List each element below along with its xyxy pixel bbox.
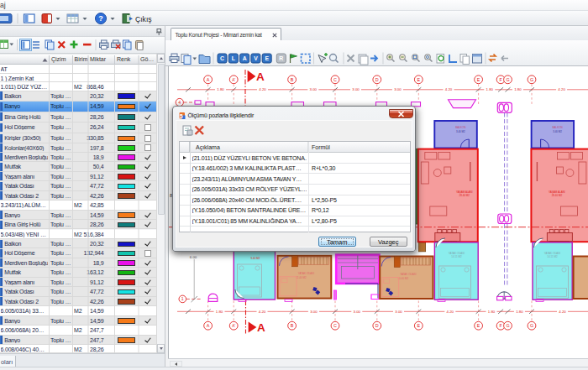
svg-text:G: G <box>530 77 533 82</box>
svg-text:4.20: 4.20 <box>559 310 566 314</box>
svg-text:YAŞAM ALANI: YAŞAM ALANI <box>456 190 473 194</box>
svg-text:3.00: 3.00 <box>395 310 402 314</box>
svg-text:4.20: 4.20 <box>445 87 453 91</box>
svg-text:YATAK ODASI: YATAK ODASI <box>544 252 561 255</box>
svg-text:10.40 M2: 10.40 M2 <box>398 277 409 280</box>
svg-text:Çıkış: Çıkış <box>135 15 152 23</box>
svg-text:B: B <box>291 323 294 328</box>
svg-text:3.00: 3.00 <box>352 87 360 91</box>
svg-text:3.40 M2: 3.40 M2 <box>456 130 465 133</box>
svg-text:E: E <box>417 77 420 82</box>
svg-text:E: E <box>417 323 420 328</box>
svg-text:V: V <box>254 55 258 61</box>
svg-text:1.80: 1.80 <box>217 87 224 91</box>
svg-text:1.80: 1.80 <box>516 310 523 314</box>
svg-text:D: D <box>375 77 379 82</box>
svg-text:A: A <box>256 70 265 83</box>
svg-text:YAŞAM ALANI: YAŞAM ALANI <box>549 190 565 194</box>
svg-text:1.80: 1.80 <box>486 87 494 91</box>
svg-text:1.80: 1.80 <box>488 310 496 314</box>
svg-text:6.00: 6.00 <box>190 255 197 259</box>
svg-text:A: A <box>257 321 265 334</box>
svg-text:C: C <box>333 323 337 328</box>
svg-text:4.20: 4.20 <box>447 310 454 314</box>
svg-text:3.00: 3.00 <box>310 87 318 91</box>
svg-text:3.00: 3.00 <box>310 310 318 314</box>
svg-text:YATAK ODASI: YATAK ODASI <box>449 252 465 255</box>
svg-text:E: E <box>477 323 480 328</box>
svg-text:G: G <box>530 323 533 328</box>
svg-text:A': A' <box>232 324 235 328</box>
svg-text:A: A <box>243 55 247 61</box>
svg-text:B: B <box>291 77 294 82</box>
svg-text:C: C <box>220 55 224 61</box>
svg-text:R: R <box>279 55 283 61</box>
svg-text:E: E <box>477 77 480 82</box>
svg-text:?: ? <box>98 14 103 23</box>
svg-text:C: C <box>333 77 337 82</box>
svg-text:G: G <box>506 77 509 82</box>
svg-text:28.40 M2: 28.40 M2 <box>552 194 563 197</box>
svg-text:3.00: 3.00 <box>354 310 361 314</box>
svg-text:BALKON: BALKON <box>455 126 465 129</box>
svg-text:28.40 M2: 28.40 M2 <box>459 194 470 197</box>
svg-text:BALKON: BALKON <box>553 126 563 129</box>
svg-text:A: A <box>207 77 210 82</box>
svg-text:A: A <box>207 323 210 328</box>
svg-text:4.20: 4.20 <box>259 87 266 91</box>
svg-text:E: E <box>265 55 269 61</box>
svg-text:4.20: 4.20 <box>259 310 266 314</box>
svg-text:5: 5 <box>180 113 183 119</box>
svg-text:4: 4 <box>178 100 181 105</box>
svg-text:12.40 M2: 12.40 M2 <box>296 276 307 279</box>
svg-text:A': A' <box>232 78 235 82</box>
svg-text:D: D <box>375 323 379 328</box>
svg-text:1: 1 <box>181 296 184 301</box>
svg-text:4.20: 4.20 <box>558 87 565 91</box>
svg-text:1.80: 1.80 <box>514 87 522 91</box>
svg-text:L: L <box>232 55 235 61</box>
svg-text:3.00: 3.00 <box>394 87 402 91</box>
svg-text:YATAK ODASI: YATAK ODASI <box>298 272 315 275</box>
svg-text:YATAK ODASI: YATAK ODASI <box>400 273 417 276</box>
svg-text:G: G <box>506 323 509 328</box>
svg-text:9.40 M2: 9.40 M2 <box>251 257 260 260</box>
svg-text:14.11 M2: 14.11 M2 <box>451 255 462 258</box>
svg-text:14.11 M2: 14.11 M2 <box>547 255 558 258</box>
svg-text:3.40 M2: 3.40 M2 <box>553 130 562 133</box>
svg-text:1.80: 1.80 <box>216 310 223 314</box>
